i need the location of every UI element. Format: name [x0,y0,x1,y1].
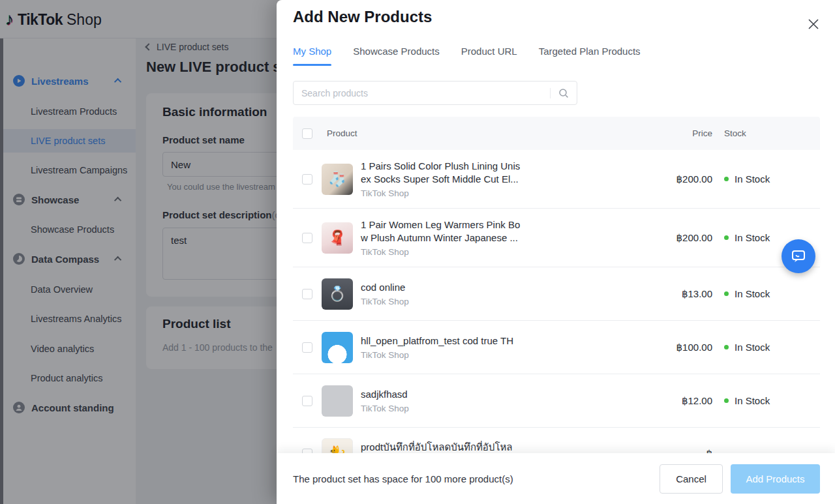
product-info: 1 Pairs Solid Color Plush Lining Unisex … [361,160,654,198]
product-stock: In Stock [724,342,802,353]
product-stock: In Stock [724,395,802,406]
product-seller: TikTok Shop [361,404,654,413]
add-new-products-modal: Add New Products My Shop Showcase Produc… [277,0,835,504]
product-thumbnail: 💍 [322,278,353,310]
row-checkbox[interactable] [302,449,312,454]
modal-tabs: My Shop Showcase Products Product URL Ta… [293,46,641,66]
close-icon[interactable] [808,18,819,30]
table-row: 🧣 1 Pair Women Leg Warmers Pink Bow Plus… [293,209,820,267]
product-table: Product Price Stock 🧦 1 Pairs Solid Colo… [293,117,820,453]
product-price: ฿13.00 [654,288,712,300]
product-seller: TikTok Shop [361,297,654,306]
stock-label: In Stock [735,288,770,299]
capacity-note: The product set has space for 100 more p… [293,473,660,484]
product-info: 1 Pair Women Leg Warmers Pink Bow Plush … [361,218,654,257]
table-row: sadjkfhasd TikTok Shop ฿12.00 In Stock [293,374,820,428]
search-products-box [293,81,577,105]
product-info: hll_open_platfrom_test cod true TH TikTo… [361,334,654,360]
product-info: cod online TikTok Shop [361,281,654,306]
tab-my-shop[interactable]: My Shop [293,46,331,66]
thumbnail-emoji: 💍 [328,286,346,303]
stock-label: In Stock [735,342,770,353]
modal-title: Add New Products [293,8,432,26]
product-price: ฿200.00 [654,232,712,244]
product-thumbnail: 🧣 [322,222,353,254]
in-stock-dot [724,177,729,181]
tab-product-url[interactable]: Product URL [461,46,517,66]
search-icon [558,88,569,98]
product-thumbnail: 🧦 [322,164,353,195]
tab-showcase-products[interactable]: Showcase Products [353,46,440,66]
stock-label: In Stock [735,173,770,185]
modal-footer: The product set has space for 100 more p… [277,453,835,504]
product-thumbnail [322,332,353,363]
product-name[interactable]: hll_open_platfrom_test cod true TH [361,334,524,348]
in-stock-dot [724,235,729,240]
product-info: prodtบันทึกที่อัปโหลดบันทึกที่อัปโหลดบัน… [361,441,654,454]
thumbnail-emoji: 🐈 [328,445,346,454]
in-stock-dot [724,345,729,349]
in-stock-dot [724,291,729,296]
product-price: ฿ [654,448,712,454]
product-price: ฿12.00 [654,395,712,407]
chat-bubble-icon [790,248,807,265]
row-checkbox[interactable] [302,396,312,406]
select-all-checkbox[interactable] [302,128,312,139]
table-row: 🐈 prodtบันทึกที่อัปโหลดบันทึกที่อัปโหลดบ… [293,428,820,453]
table-row: hll_open_platfrom_test cod true TH TikTo… [293,321,820,374]
product-stock: In Stock [724,173,802,185]
table-header: Product Price Stock [293,117,820,150]
in-stock-dot [724,398,729,403]
table-row: 💍 cod online TikTok Shop ฿13.00 In Stock [293,267,820,321]
product-stock: In Stock [724,288,802,299]
tab-targeted-plan-products[interactable]: Targeted Plan Products [539,46,641,66]
row-checkbox[interactable] [302,289,312,299]
product-seller: TikTok Shop [361,350,654,360]
product-thumbnail [322,385,353,417]
stock-label: In Stock [735,232,770,243]
product-name[interactable]: sadjkfhasd [361,388,524,401]
row-checkbox[interactable] [302,342,312,353]
product-name[interactable]: prodtบันทึกที่อัปโหลดบันทึกที่อัปโหลดบัน… [361,441,524,454]
search-input[interactable] [294,88,550,98]
chat-button[interactable] [782,239,815,273]
product-info: sadjkfhasd TikTok Shop [361,388,654,413]
search-button[interactable] [551,88,577,98]
product-price: ฿100.00 [654,342,712,353]
row-checkbox[interactable] [302,174,312,185]
table-row: 🧦 1 Pairs Solid Color Plush Lining Unise… [293,150,820,209]
stock-label: In Stock [735,395,770,406]
thumbnail-emoji: 🧦 [328,171,346,188]
product-seller: TikTok Shop [361,188,654,198]
column-price: Price [654,128,712,138]
cancel-button[interactable]: Cancel [660,464,723,494]
thumbnail-emoji: 🧣 [328,230,346,246]
product-price: ฿200.00 [654,173,712,185]
product-name[interactable]: 1 Pair Women Leg Warmers Pink Bow Plush … [361,218,524,245]
product-name[interactable]: cod online [361,281,524,294]
product-name[interactable]: 1 Pairs Solid Color Plush Lining Unisex … [361,160,524,186]
product-seller: TikTok Shop [361,247,654,257]
column-stock: Stock [724,128,802,138]
column-product: Product [327,128,654,138]
product-thumbnail: 🐈 [322,438,353,454]
row-checkbox[interactable] [302,233,312,243]
add-products-button[interactable]: Add Products [731,464,820,494]
